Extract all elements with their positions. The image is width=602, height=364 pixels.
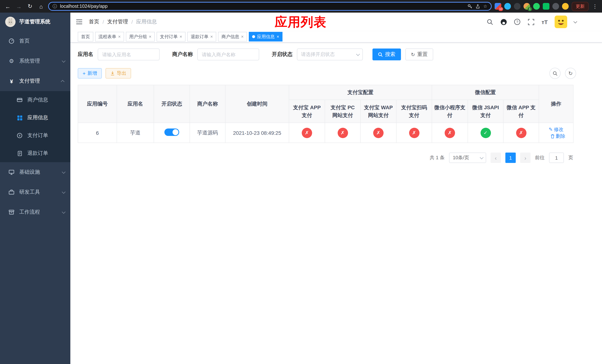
- github-icon[interactable]: [500, 18, 507, 26]
- avatar-caret-icon[interactable]: [573, 20, 577, 23]
- toggle-search-button[interactable]: [549, 68, 560, 79]
- help-icon[interactable]: ?: [514, 18, 521, 26]
- edit-link[interactable]: ✎修改: [549, 126, 563, 133]
- breadcrumb-separator: /: [131, 19, 133, 25]
- breadcrumb-separator: /: [103, 19, 104, 25]
- sidebar-item-pay-order[interactable]: ¥ 支付订单: [0, 127, 70, 144]
- next-page-button[interactable]: ›: [520, 152, 531, 163]
- sidebar-item-system[interactable]: ⚙ 系统管理: [0, 51, 70, 71]
- tab-merchant-info[interactable]: 商户信息×: [218, 32, 247, 42]
- home-icon[interactable]: ⌂: [37, 2, 45, 10]
- col-app-id: 应用编号: [78, 85, 117, 123]
- search-icon[interactable]: [486, 18, 494, 26]
- reset-button[interactable]: ↻ 重置: [405, 49, 433, 60]
- ext-puzzle-icon[interactable]: [552, 3, 559, 10]
- close-icon[interactable]: ×: [277, 34, 279, 39]
- ext-wechat-icon[interactable]: [543, 3, 549, 10]
- share-icon[interactable]: [475, 4, 480, 9]
- sidebar-item-merchant-info[interactable]: 商户信息: [0, 91, 70, 109]
- search-button-label: 搜索: [385, 51, 395, 58]
- ext-whatsapp-icon[interactable]: [533, 3, 540, 10]
- breadcrumb-payment[interactable]: 支付管理: [107, 19, 128, 25]
- prev-page-button[interactable]: ‹: [491, 152, 501, 163]
- delete-link[interactable]: 删除: [550, 133, 565, 139]
- sidebar-item-app-info[interactable]: 应用信息: [0, 109, 70, 127]
- site-info-icon[interactable]: ⓘ: [53, 3, 57, 10]
- svg-text:¥: ¥: [19, 134, 21, 137]
- export-button[interactable]: 导出: [106, 68, 131, 78]
- sidebar-item-label: 基础设施: [19, 169, 57, 175]
- tab-refund-order[interactable]: 退款订单×: [187, 32, 216, 42]
- browser-menu-icon[interactable]: ⋮: [592, 3, 598, 9]
- sidebar-item-home[interactable]: 首页: [0, 31, 70, 51]
- pagination: 共 1 条 10条/页 ‹ 1 › 前往 页: [78, 152, 573, 163]
- trash-icon: [550, 134, 555, 138]
- header-actions: ? тT: [486, 16, 576, 28]
- ext-badge: 10: [498, 7, 503, 11]
- cell-status: [154, 123, 190, 143]
- ext-smiley-icon[interactable]: [562, 3, 569, 10]
- browser-chrome: ← → ↻ ⌂ ⓘ localhost:1024/pay/app ☆ 10 1: [0, 0, 602, 13]
- breadcrumb-home[interactable]: 首页: [89, 19, 99, 25]
- yen-icon: ¥: [8, 78, 15, 85]
- page-content: 应用名 商户名称 开启状态 请选择开启状态 搜索: [70, 43, 602, 364]
- ext-grid-icon[interactable]: 10: [495, 3, 501, 10]
- ext-avatar-icon[interactable]: 1: [524, 3, 530, 10]
- export-button-label: 导出: [117, 70, 126, 77]
- merchant-name-input[interactable]: [197, 49, 259, 60]
- pagination-total: 共 1 条: [430, 154, 445, 161]
- app-name-input[interactable]: [98, 49, 160, 60]
- collapse-menu-icon[interactable]: [75, 18, 83, 26]
- col-alipay-wap: 支付宝 WAP 网站支付: [360, 100, 396, 123]
- sidebar-item-workflow[interactable]: 工作流程: [0, 202, 70, 222]
- screen: ← → ↻ ⌂ ⓘ localhost:1024/pay/app ☆ 10 1: [0, 0, 602, 364]
- sidebar-item-dev-tools[interactable]: 研发工具: [0, 182, 70, 202]
- font-size-icon[interactable]: тT: [541, 18, 548, 26]
- tab-pay-order[interactable]: 支付订单×: [157, 32, 185, 42]
- url-text[interactable]: localhost:1024/pay/app: [60, 4, 465, 9]
- page-size-select[interactable]: 10条/页: [449, 152, 486, 163]
- sidebar-item-refund-order[interactable]: 退款订单: [0, 144, 70, 162]
- sidebar-item-label: 首页: [19, 38, 64, 44]
- status-cross-icon: [337, 128, 348, 138]
- status-select[interactable]: 请选择开启状态: [297, 49, 363, 60]
- back-icon[interactable]: ←: [4, 2, 12, 10]
- update-button[interactable]: 更新: [572, 2, 589, 11]
- tab-label: 退款订单: [191, 33, 208, 40]
- close-icon[interactable]: ×: [118, 34, 121, 39]
- tab-process-form[interactable]: 流程表单×: [95, 32, 124, 42]
- tags-view-bar: 首页 流程表单× 用户分组× 支付订单× 退款订单× 商户信息× 应用信息×: [70, 31, 602, 43]
- status-toggle[interactable]: [164, 128, 179, 136]
- forward-icon[interactable]: →: [15, 2, 23, 10]
- password-key-icon[interactable]: [468, 4, 473, 9]
- col-alipay-pc: 支付宝 PC 网站支付: [325, 100, 360, 123]
- sidebar-item-payment[interactable]: ¥ 支付管理: [0, 71, 70, 91]
- close-icon[interactable]: ×: [241, 34, 244, 39]
- ext-drop-icon[interactable]: [504, 3, 511, 10]
- close-icon[interactable]: ×: [180, 34, 182, 39]
- sidebar-item-label: 支付管理: [19, 78, 57, 85]
- url-bar[interactable]: ⓘ localhost:1024/pay/app ☆: [48, 2, 492, 11]
- close-icon[interactable]: ×: [149, 34, 151, 39]
- fullscreen-icon[interactable]: [527, 18, 535, 26]
- tab-app-info[interactable]: 应用信息×: [249, 32, 282, 42]
- ext-dark-icon[interactable]: [514, 3, 521, 10]
- reload-icon[interactable]: ↻: [26, 2, 34, 10]
- goto-prefix: 前往: [535, 154, 545, 161]
- app-title: 芋道管理系统: [19, 19, 50, 25]
- chevron-down-icon: [356, 52, 360, 56]
- current-page-button[interactable]: 1: [505, 152, 516, 163]
- tab-user-group[interactable]: 用户分组×: [126, 32, 155, 42]
- tab-home[interactable]: 首页: [78, 32, 93, 42]
- goto-page-input[interactable]: [549, 152, 564, 163]
- delete-link-label: 删除: [556, 133, 565, 139]
- search-button[interactable]: 搜索: [372, 49, 401, 60]
- bookmark-star-icon[interactable]: ☆: [483, 4, 487, 9]
- app-logo[interactable]: 芋道管理系统: [0, 13, 70, 31]
- cell-wx-jsapi: [468, 123, 503, 143]
- sidebar-item-infra[interactable]: 基础设施: [0, 162, 70, 182]
- refresh-table-button[interactable]: ↻: [565, 68, 576, 79]
- user-avatar[interactable]: [555, 16, 567, 28]
- close-icon[interactable]: ×: [210, 34, 213, 39]
- add-button[interactable]: + 新增: [78, 68, 102, 78]
